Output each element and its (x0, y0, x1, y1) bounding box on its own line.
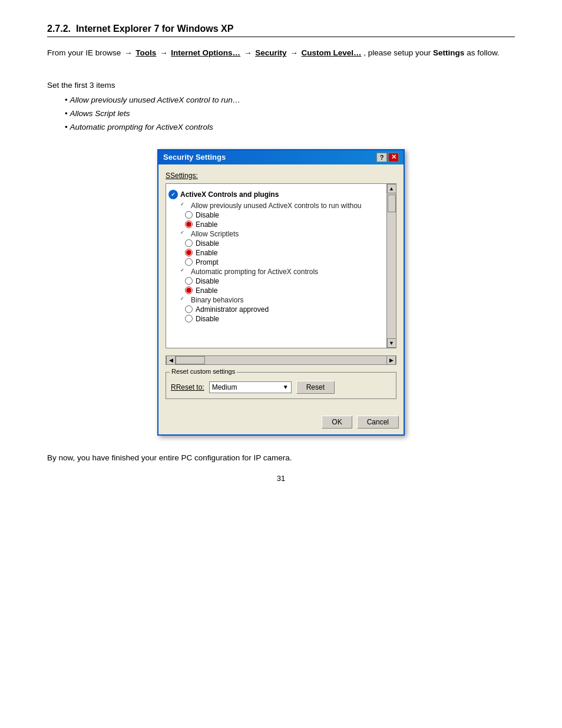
cancel-button[interactable]: Cancel (357, 416, 399, 429)
activex-group-header: ✓ ActiveX Controls and plugins (168, 190, 386, 199)
activex-group-label: ActiveX Controls and plugins (180, 190, 279, 199)
h-scroll-right-arrow[interactable]: ▶ (386, 355, 396, 365)
settings-word: Settings (433, 48, 464, 57)
settings-label-underline: S (166, 172, 170, 180)
scriptlets-prompt-label: Prompt (196, 258, 219, 266)
intro-prefix: From your IE browse (47, 48, 121, 57)
auto-prompt-disable-label: Disable (196, 277, 219, 285)
scriptlets-disable-radio[interactable]: Disable (185, 239, 386, 248)
tools-link: Tools (135, 48, 156, 57)
allow-unused-enable-circle (185, 220, 193, 228)
auto-prompt-enable-radio[interactable]: Enable (185, 286, 386, 295)
set-items-label: Set the first 3 items (47, 81, 515, 90)
arrow3: → (244, 48, 254, 57)
arrow4: → (290, 48, 300, 57)
reset-custom-group: Reset custom settings RReset to: Medium … (166, 372, 396, 399)
help-button[interactable]: ? (376, 153, 387, 162)
internet-options-link: Internet Options… (171, 48, 240, 57)
h-scroll-left-arrow[interactable]: ◀ (166, 355, 176, 365)
reset-group-label: Reset custom settings (170, 368, 237, 375)
reset-row: RReset to: Medium ▼ Reset (171, 381, 391, 394)
bullet-item-3: Automatic prompting for ActiveX controls (65, 123, 515, 131)
binary-label: Binary behaviors (191, 296, 243, 304)
binary-disable-circle (185, 315, 193, 322)
bullet-item-1: Allow previously unused ActiveX control … (65, 95, 515, 104)
binary-icon: ✓ (180, 296, 189, 304)
dropdown-arrow-icon: ▼ (283, 384, 289, 390)
scriptlets-enable-radio[interactable]: Enable (185, 249, 386, 257)
allow-scriptlets-icon: ✓ (180, 230, 189, 238)
scriptlets-prompt-radio[interactable]: Prompt (185, 258, 386, 266)
dialog-footer: OK Cancel (158, 413, 404, 434)
dialog-titlebar: Security Settings ? ✕ (158, 150, 404, 164)
section-title: 2.7.2. Internet Explorer 7 for Windows X… (47, 24, 515, 37)
binary-sub: ✓ Binary behaviors (180, 296, 386, 304)
page-number: 31 (47, 474, 515, 483)
auto-prompt-enable-circle (185, 286, 193, 294)
security-link: Security (255, 48, 286, 57)
scriptlets-enable-circle (185, 249, 193, 256)
scriptlets-prompt-circle (185, 258, 193, 266)
arrow1: → (124, 48, 134, 57)
dialog-body: SSettings: ✓ ActiveX Controls and plugin… (158, 164, 404, 413)
binary-admin-radio[interactable]: Administrator approved (185, 305, 386, 314)
activex-shield-icon: ✓ (168, 190, 178, 199)
auto-prompt-enable-label: Enable (196, 286, 217, 295)
binary-disable-label: Disable (196, 315, 219, 323)
allow-unused-disable-label: Disable (196, 211, 219, 219)
bullet-list: Allow previously unused ActiveX control … (65, 95, 515, 131)
dialog-title: Security Settings (163, 153, 226, 162)
binary-admin-label: Administrator approved (196, 305, 269, 314)
close-button[interactable]: ✕ (388, 153, 399, 162)
intro-paragraph: From your IE browse → Tools → Internet O… (47, 47, 515, 60)
allow-unused-label: Allow previously unused ActiveX controls… (191, 202, 361, 210)
scroll-thumb[interactable] (388, 195, 396, 212)
auto-prompt-disable-circle (185, 277, 193, 285)
allow-unused-enable-radio[interactable]: Enable (185, 220, 386, 229)
horizontal-scrollbar[interactable]: ◀ ▶ (166, 355, 396, 365)
custom-level-link: Custom Level… (301, 48, 361, 57)
scroll-up-arrow[interactable]: ▲ (387, 184, 396, 193)
auto-prompt-sub: ✓ Automatic prompting for ActiveX contro… (180, 268, 386, 276)
allow-scriptlets-label: Allow Scriptlets (191, 230, 239, 238)
reset-dropdown[interactable]: Medium ▼ (209, 381, 292, 393)
scrollbar[interactable]: ▲ ▼ (386, 184, 396, 348)
binary-disable-radio[interactable]: Disable (185, 315, 386, 323)
allow-unused-disable-circle (185, 211, 193, 219)
allow-unused-disable-radio[interactable]: Disable (185, 211, 386, 219)
intro-suffix: , please setup your (363, 48, 431, 57)
binary-admin-circle (185, 305, 193, 313)
bullet-item-2: Allows Script lets (65, 109, 515, 118)
auto-prompt-label: Automatic prompting for ActiveX controls (191, 268, 318, 276)
reset-to-label: RReset to: (171, 383, 204, 391)
auto-prompt-disable-radio[interactable]: Disable (185, 277, 386, 285)
footer-note: By now, you have finished your entire PC… (47, 453, 515, 462)
reset-dropdown-value: Medium (212, 383, 237, 391)
h-scroll-track (176, 356, 386, 364)
settings-list-container[interactable]: ✓ ActiveX Controls and plugins ✓ Allow p… (166, 183, 396, 348)
scriptlets-disable-circle (185, 239, 193, 247)
titlebar-controls: ? ✕ (376, 153, 399, 162)
ok-button[interactable]: OK (322, 416, 352, 429)
reset-button[interactable]: Reset (296, 381, 335, 394)
allow-unused-sub: ✓ Allow previously unused ActiveX contro… (180, 202, 386, 210)
allow-unused-icon: ✓ (180, 202, 189, 210)
dialog-wrapper: Security Settings ? ✕ SSettings: ✓ Activ… (47, 149, 515, 436)
auto-prompt-icon: ✓ (180, 268, 189, 276)
scroll-down-arrow[interactable]: ▼ (387, 338, 396, 348)
scriptlets-enable-label: Enable (196, 249, 217, 257)
allow-unused-enable-label: Enable (196, 220, 217, 229)
scriptlets-disable-label: Disable (196, 239, 219, 248)
security-settings-dialog: Security Settings ? ✕ SSettings: ✓ Activ… (157, 149, 405, 436)
arrow2: → (160, 48, 170, 57)
intro-suffix2: as follow. (467, 48, 500, 57)
settings-label: SSettings: (166, 172, 396, 180)
settings-list: ✓ ActiveX Controls and plugins ✓ Allow p… (166, 184, 396, 328)
allow-scriptlets-sub: ✓ Allow Scriptlets (180, 230, 386, 238)
